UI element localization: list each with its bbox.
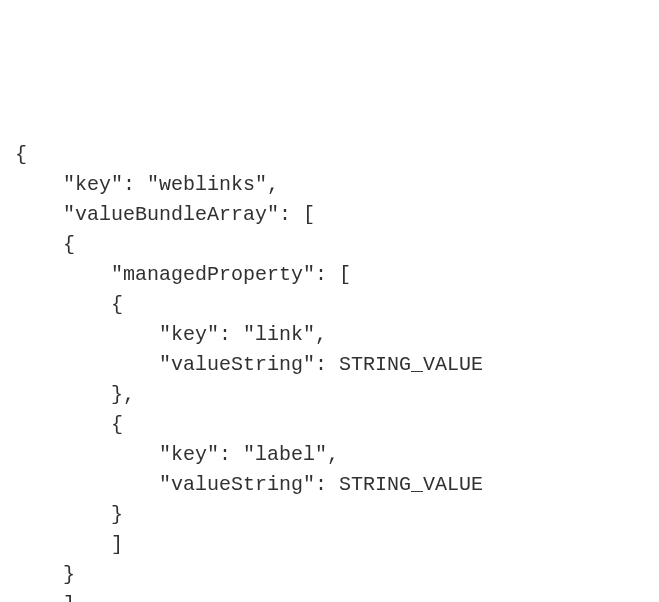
code-line: "valueString": STRING_VALUE [15,353,483,376]
code-line: { [15,143,27,166]
code-line: { [15,233,75,256]
code-line: } [15,503,123,526]
code-line: { [15,413,123,436]
code-line: ] [15,533,123,556]
code-line: { [15,293,123,316]
code-line: ] [15,593,75,602]
code-line: } [15,563,75,586]
code-line: "valueString": STRING_VALUE [15,473,483,496]
code-block: { "key": "weblinks", "valueBundleArray":… [15,140,639,602]
code-line: "key": "label", [15,443,339,466]
code-line: }, [15,383,135,406]
code-line: "managedProperty": [ [15,263,351,286]
code-line: "valueBundleArray": [ [15,203,315,226]
code-line: "key": "link", [15,323,327,346]
code-line: "key": "weblinks", [15,173,279,196]
